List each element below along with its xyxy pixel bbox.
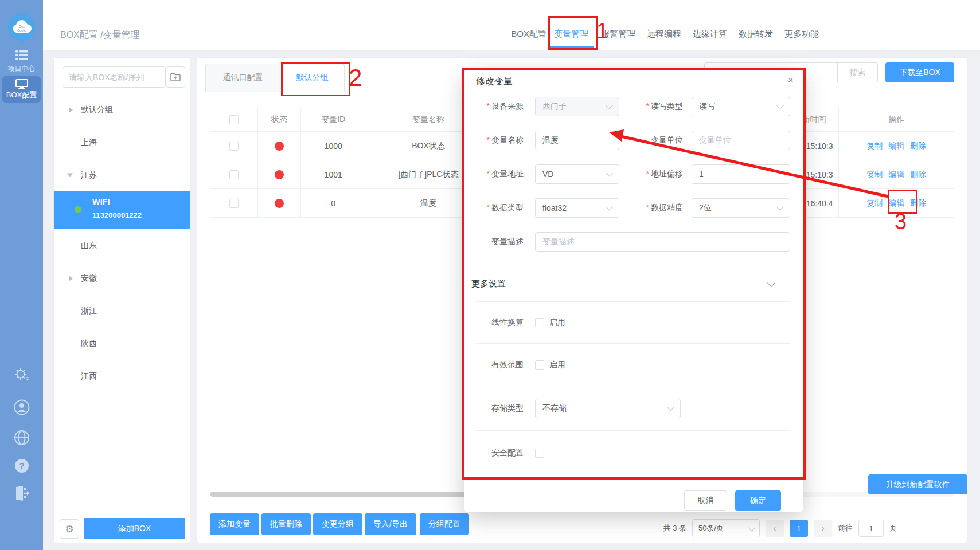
storage-type-row: 存储类型 不存储 (476, 386, 790, 430)
help-icon[interactable]: ? (0, 458, 43, 476)
field-label: *数据精度 (619, 203, 683, 213)
sidebar-item-box-config[interactable]: BOX配置 (2, 76, 41, 103)
page-unit-label: 页 (889, 523, 897, 533)
globe-language-icon[interactable] (0, 430, 43, 448)
security-config-checkbox[interactable] (535, 449, 544, 458)
rw-type-select[interactable]: 读写 (692, 97, 790, 116)
goto-label: 前往 (838, 523, 853, 533)
edit-link-row3[interactable]: 编辑 (888, 198, 904, 209)
tree-item-label: 默认分组 (81, 105, 113, 115)
nav-tab-alarm-mgmt[interactable]: 报警管理 (601, 29, 635, 40)
tree-item-shandong[interactable]: 山东 (54, 229, 190, 262)
delete-link[interactable]: 删除 (910, 170, 926, 180)
search-button[interactable]: 搜索 (838, 62, 878, 82)
settings-wifi-icon[interactable] (0, 367, 43, 384)
storage-type-select[interactable]: 不存储 (535, 399, 681, 418)
variable-unit-input[interactable]: 变量单位 (692, 131, 790, 150)
edit-link[interactable]: 编辑 (888, 170, 904, 180)
row-checkbox[interactable] (229, 170, 239, 179)
field-label: *读写类型 (619, 101, 683, 112)
field-label: *变量名称 (476, 135, 524, 146)
device-source-select[interactable]: 西门子 (535, 97, 619, 116)
linear-conversion-checkbox[interactable] (535, 318, 544, 327)
valid-range-row: 有效范围 启用 (476, 343, 790, 386)
current-page-button[interactable]: 1 (790, 520, 808, 537)
variable-name-input[interactable]: 温度 (535, 131, 619, 150)
tree-item-device-wifi-selected[interactable]: WIFI 113200001222 (54, 191, 190, 229)
nav-tab-edge-compute[interactable]: 边缘计算 (693, 29, 727, 40)
variable-address-select[interactable]: VD (535, 164, 619, 184)
tree-item-shanghai[interactable]: 上海 (54, 126, 190, 159)
nav-tab-remote-prog[interactable]: 远程编程 (647, 29, 681, 40)
status-dot-red (275, 199, 284, 208)
batch-delete-button[interactable]: 批量删除 (261, 513, 311, 535)
pagination: 共 3 条 50条/页 ‹ 1 › 前往 页 (663, 519, 897, 537)
row-checkbox[interactable] (229, 199, 239, 208)
add-box-button[interactable]: 添加BOX (84, 518, 185, 539)
group-config-button[interactable]: 分组配置 (420, 513, 469, 535)
expand-right-icon[interactable] (69, 107, 73, 113)
nav-tab-more[interactable]: 更多功能 (784, 29, 819, 40)
enable-label: 启用 (549, 360, 565, 370)
logout-icon[interactable] (0, 486, 43, 503)
prev-page-button[interactable]: ‹ (766, 520, 784, 537)
copy-link[interactable]: 复制 (866, 141, 883, 151)
confirm-button[interactable]: 确定 (735, 490, 781, 511)
goto-page-input[interactable] (858, 520, 884, 537)
svg-text:Box: Box (19, 25, 25, 28)
field-label: 变量单位 (619, 135, 683, 146)
more-settings-toggle[interactable]: 更多设置 (476, 266, 790, 301)
tab-default-group[interactable]: 默认分组 (280, 64, 345, 92)
project-center-icon (15, 50, 28, 60)
tree-item-zhejiang[interactable]: 浙江 (54, 294, 190, 327)
tree-item-shaanxi[interactable]: 陕西 (54, 327, 190, 360)
device-online-dot (75, 206, 81, 213)
page-size-select[interactable]: 50条/页 (692, 519, 760, 537)
change-group-button[interactable]: 变更分组 (313, 513, 362, 535)
app-logo: Box Config (8, 14, 35, 41)
add-variable-button[interactable]: 添加变量 (210, 513, 259, 535)
field-label: 有效范围 (476, 360, 524, 370)
row-checkbox[interactable] (229, 142, 239, 151)
tree-settings-button[interactable]: ⚙ (60, 519, 79, 539)
copy-link[interactable]: 复制 (866, 198, 883, 209)
sidebar-item-label: BOX配置 (6, 90, 37, 100)
tree-item-anhui[interactable]: 安徽 (54, 262, 190, 294)
expand-right-icon[interactable] (69, 276, 73, 281)
modify-variable-modal: 修改变量 × *设备来源 西门子 *读写类型 读写 *变量名称 温度 变量单位 … (464, 70, 803, 512)
chevron-down-icon (748, 524, 756, 531)
data-precision-select[interactable]: 2位 (692, 198, 790, 218)
upgrade-software-button[interactable]: 升级到新配置软件 (868, 474, 967, 494)
cancel-button[interactable]: 取消 (684, 490, 727, 511)
next-page-button[interactable]: › (814, 520, 832, 537)
valid-range-checkbox[interactable] (535, 360, 544, 370)
box-search-input[interactable] (63, 66, 166, 88)
modal-close-icon[interactable]: × (787, 74, 794, 87)
download-to-box-button[interactable]: 下载至BOX (885, 62, 954, 82)
copy-link[interactable]: 复制 (866, 170, 883, 180)
tab-comm-port-config[interactable]: 通讯口配置 (205, 64, 280, 92)
field-label: *设备来源 (476, 101, 524, 112)
modal-footer: 取消 确定 (476, 476, 790, 511)
import-export-button[interactable]: 导入/导出 (365, 513, 416, 535)
edit-link[interactable]: 编辑 (888, 141, 904, 151)
add-group-button[interactable] (166, 66, 185, 88)
nav-tab-box-config[interactable]: BOX配置 (511, 29, 546, 40)
nav-tab-data-forward[interactable]: 数据转发 (739, 29, 773, 40)
select-all-checkbox[interactable] (229, 115, 239, 124)
delete-link[interactable]: 删除 (910, 198, 926, 209)
tree-item-default-group[interactable]: 默认分组 (54, 93, 190, 126)
sidebar-item-project-center[interactable]: 项目中心 (0, 50, 43, 74)
variable-description-input[interactable]: 变量描述 (535, 232, 790, 252)
tree-item-label: 浙江 (81, 306, 97, 316)
nav-tab-variable-mgmt[interactable]: 变量管理 (554, 29, 588, 40)
delete-link[interactable]: 删除 (910, 141, 926, 151)
tree-item-jiangsu[interactable]: 江苏 (54, 159, 190, 191)
address-offset-input[interactable]: 1 (692, 164, 790, 184)
window-minimize-button[interactable]: — (955, 3, 974, 18)
expand-down-icon[interactable] (67, 173, 73, 177)
data-type-select[interactable]: float32 (535, 198, 619, 218)
user-account-icon[interactable] (0, 399, 43, 418)
cell-variable-id: 1001 (301, 160, 366, 188)
tree-item-jiangxi[interactable]: 江西 (54, 360, 190, 392)
